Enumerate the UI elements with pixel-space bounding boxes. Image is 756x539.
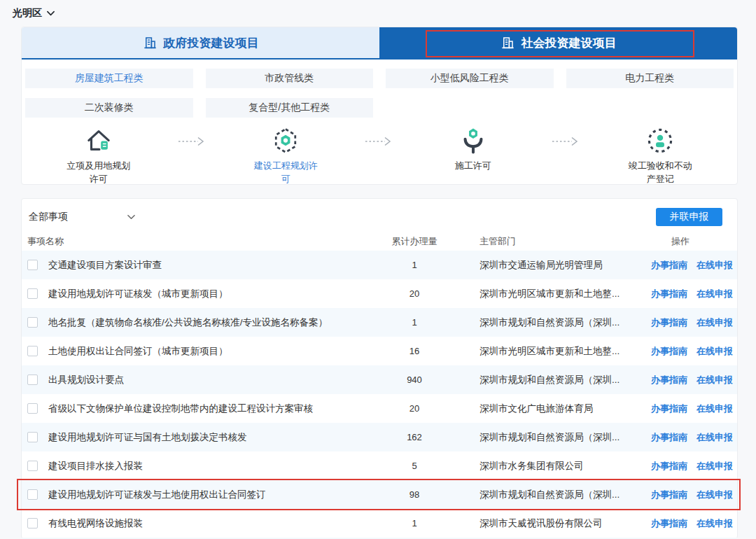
hands-gear-icon <box>458 125 489 157</box>
category-municipal-pipeline[interactable]: 市政管线类 <box>206 69 374 88</box>
chevron-down-icon <box>47 10 55 16</box>
item-actions: 办事指南 在线申报 <box>628 402 733 415</box>
row-checkbox[interactable] <box>27 346 38 356</box>
apply-link[interactable]: 在线申报 <box>696 431 733 444</box>
guide-link[interactable]: 办事指南 <box>651 374 687 386</box>
item-name: 土地使用权出让合同签订（城市更新项目） <box>48 345 369 358</box>
item-count: 1 <box>369 518 460 528</box>
row-checkbox[interactable] <box>27 374 38 385</box>
dashed-arrow-icon <box>550 136 584 146</box>
apply-link[interactable]: 在线申报 <box>696 460 733 472</box>
category-secondary-renovation[interactable]: 二次装修类 <box>25 98 193 118</box>
column-header-action: 操作 <box>628 235 733 248</box>
guide-link[interactable]: 办事指南 <box>651 316 687 329</box>
apply-link[interactable]: 在线申报 <box>696 402 733 415</box>
project-type-panel: 政府投资建设项目 社会投资建设项目 房屋建筑工程类 市政管线类 小型低风险工程类… <box>21 27 738 185</box>
house-planning-icon <box>83 125 114 157</box>
apply-link[interactable]: 在线申报 <box>696 374 733 386</box>
row-checkbox[interactable] <box>27 403 38 414</box>
tab-bar: 政府投资建设项目 社会投资建设项目 <box>22 27 737 59</box>
region-selector[interactable]: 光明区 <box>13 7 55 20</box>
item-count: 16 <box>369 346 460 356</box>
item-name: 建设项目排水接入报装 <box>48 460 369 472</box>
item-count: 20 <box>369 403 460 414</box>
apply-link[interactable]: 在线申报 <box>696 316 733 329</box>
item-count: 1 <box>369 317 460 328</box>
row-checkbox[interactable] <box>27 317 38 328</box>
column-header-name: 事项名称 <box>27 235 369 248</box>
guide-link[interactable]: 办事指南 <box>651 345 687 358</box>
category-small-low-risk[interactable]: 小型低风险工程类 <box>386 69 554 88</box>
tab-label: 社会投资建设项目 <box>522 35 617 51</box>
dashed-arrow-icon <box>176 136 209 146</box>
row-checkbox[interactable] <box>27 518 38 528</box>
table-header: 事项名称 累计办理量 主管部门 操作 <box>22 232 737 251</box>
person-circle-icon <box>645 125 676 157</box>
tab-social-investment[interactable]: 社会投资建设项目 <box>379 27 737 58</box>
table-row: 出具规划设计要点 940 深圳市规划和自然资源局（深圳... 办事指南 在线申报 <box>22 365 737 394</box>
item-department: 深圳市规划和自然资源局（深圳... <box>460 431 628 444</box>
item-count: 5 <box>369 461 460 471</box>
item-name: 出具规划设计要点 <box>48 374 369 386</box>
parallel-apply-button[interactable]: 并联申报 <box>656 208 722 226</box>
item-count: 162 <box>369 432 460 442</box>
row-checkbox[interactable] <box>27 288 38 299</box>
flow-step-project-approval[interactable]: 立项及用地规划许可 <box>22 125 176 186</box>
table-row: 建设用地规划许可证核发与土地使用权出让合同签订 98 深圳市规划和自然资源局（深… <box>22 480 737 509</box>
row-checkbox[interactable] <box>27 260 38 270</box>
category-composite-other[interactable]: 复合型/其他工程类 <box>206 98 374 118</box>
category-list: 房屋建筑工程类 市政管线类 小型低风险工程类 电力工程类 二次装修类 复合型/其… <box>22 59 737 118</box>
column-header-count: 累计办理量 <box>369 235 460 248</box>
item-department: 深圳市规划和自然资源局（深圳... <box>460 489 628 501</box>
item-actions: 办事指南 在线申报 <box>628 431 733 444</box>
category-electric-power[interactable]: 电力工程类 <box>566 69 734 88</box>
table-body: 交通建设项目方案设计审查 1 深圳市交通运输局光明管理局 办事指南 在线申报 建… <box>22 251 737 538</box>
building-icon <box>143 36 158 50</box>
guide-link[interactable]: 办事指南 <box>651 259 687 272</box>
item-department: 深圳市天威视讯股份有限公司 <box>460 517 628 530</box>
guide-link[interactable]: 办事指南 <box>651 517 687 530</box>
item-name: 建设用地规划许可证核发与土地使用权出让合同签订 <box>48 489 369 501</box>
table-row: 有线电视网络设施报装 1 深圳市天威视讯股份有限公司 办事指南 在线申报 <box>22 509 737 538</box>
apply-link[interactable]: 在线申报 <box>696 517 733 530</box>
item-count: 1 <box>369 260 460 270</box>
flow-step-construction-permit[interactable]: 施工许可 <box>396 125 550 172</box>
item-count: 940 <box>369 374 460 385</box>
chevron-down-icon <box>127 214 135 220</box>
table-row: 建设项目排水接入报装 5 深圳市水务集团有限公司 办事指南 在线申报 <box>22 451 737 480</box>
apply-link[interactable]: 在线申报 <box>696 345 733 358</box>
row-checkbox[interactable] <box>27 489 38 500</box>
item-department: 深圳市光明区城市更新和土地整... <box>460 288 628 300</box>
item-count: 20 <box>369 288 460 299</box>
tab-government-investment[interactable]: 政府投资建设项目 <box>22 27 379 58</box>
guide-link[interactable]: 办事指南 <box>651 288 687 300</box>
filter-select[interactable]: 全部事项 <box>29 211 135 223</box>
row-checkbox[interactable] <box>27 461 38 471</box>
guide-link[interactable]: 办事指南 <box>651 431 687 444</box>
item-department: 深圳市交通运输局光明管理局 <box>460 259 628 272</box>
guide-link[interactable]: 办事指南 <box>651 402 687 415</box>
item-department: 深圳市文化广电旅游体育局 <box>460 402 628 415</box>
row-checkbox[interactable] <box>27 432 38 442</box>
table-toolbar: 全部事项 并联申报 <box>22 199 737 226</box>
table-row: 交通建设项目方案设计审查 1 深圳市交通运输局光明管理局 办事指南 在线申报 <box>22 251 737 279</box>
dashed-arrow-icon <box>363 136 396 146</box>
approval-flow: 立项及用地规划许可 建设工程规划许可 <box>22 125 737 186</box>
guide-link[interactable]: 办事指南 <box>651 460 687 472</box>
guide-link[interactable]: 办事指南 <box>651 489 687 501</box>
item-department: 深圳市水务集团有限公司 <box>460 460 628 472</box>
apply-link[interactable]: 在线申报 <box>696 288 733 300</box>
column-header-department: 主管部门 <box>460 235 628 248</box>
category-housing-construction[interactable]: 房屋建筑工程类 <box>25 69 193 88</box>
apply-link[interactable]: 在线申报 <box>696 489 733 501</box>
item-name: 有线电视网络设施报装 <box>48 517 369 530</box>
items-panel: 全部事项 并联申报 事项名称 累计办理量 主管部门 操作 交通建设项目方案设计审… <box>21 198 738 539</box>
table-row: 地名批复（建筑物命名核准/公共设施名称核准/专业设施名称备案） 1 深圳市规划和… <box>22 308 737 337</box>
apply-link[interactable]: 在线申报 <box>696 259 733 272</box>
item-name: 交通建设项目方案设计审查 <box>48 259 369 272</box>
flow-step-construction-planning-permit[interactable]: 建设工程规划许可 <box>209 125 363 186</box>
item-name: 省级以下文物保护单位建设控制地带内的建设工程设计方案审核 <box>48 402 369 415</box>
item-name: 建设用地规划许可证与国有土地划拨决定书核发 <box>48 431 369 444</box>
item-actions: 办事指南 在线申报 <box>628 316 733 329</box>
flow-step-completion-acceptance[interactable]: 竣工验收和不动产登记 <box>583 125 737 186</box>
